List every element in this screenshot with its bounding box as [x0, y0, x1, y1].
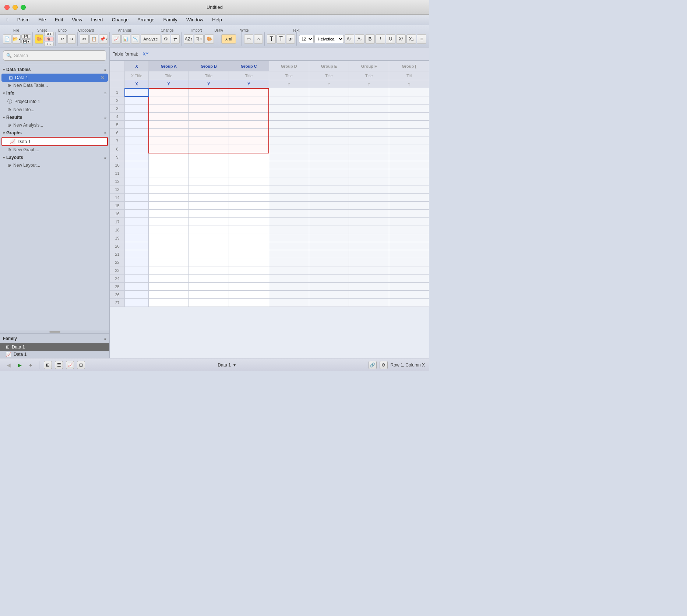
results-more-icon[interactable]: »	[104, 115, 106, 120]
groupF-cell-r24[interactable]	[349, 275, 389, 283]
link-btn[interactable]: 🔗	[369, 361, 377, 369]
menu-window[interactable]: Window	[183, 16, 207, 23]
x-cell-r8[interactable]	[125, 145, 149, 153]
groupG-cell-r18[interactable]	[389, 226, 429, 234]
groupE-cell-r12[interactable]	[309, 177, 349, 185]
groupF-cell-r14[interactable]	[349, 194, 389, 202]
groupD-cell-r25[interactable]	[269, 283, 309, 291]
groupC-cell-r22[interactable]	[229, 258, 269, 266]
x-cell-r7[interactable]	[125, 137, 149, 145]
x-cell-r20[interactable]	[125, 242, 149, 250]
underline-btn[interactable]: U	[386, 34, 395, 44]
new-file-btn[interactable]: 📄	[3, 34, 11, 44]
sidebar-item-project-info[interactable]: ⓘ Project info 1	[0, 97, 109, 106]
groupA-cell-r2[interactable]	[149, 96, 189, 105]
sidebar-section-layouts[interactable]: ▾ Layouts »	[0, 153, 109, 162]
groupC-cell-r13[interactable]	[229, 185, 269, 194]
groupB-cell-r7[interactable]	[189, 137, 229, 145]
groupE-cell-r6[interactable]	[309, 129, 349, 137]
groupG-cell-r5[interactable]	[389, 121, 429, 129]
groupA-cell-r11[interactable]	[149, 169, 189, 177]
transform-btn[interactable]: ⇄	[171, 34, 180, 44]
groupE-cell-r17[interactable]	[309, 218, 349, 226]
groupC-cell-r23[interactable]	[229, 266, 269, 275]
sidebar-section-results[interactable]: ▾ Results »	[0, 113, 109, 121]
groupE-cell-r1[interactable]	[309, 88, 349, 96]
groupC-cell-r16[interactable]	[229, 210, 269, 218]
save-btn[interactable]: 💾	[21, 34, 31, 39]
more-icon[interactable]: »	[104, 67, 106, 72]
groupB-cell-r13[interactable]	[189, 185, 229, 194]
groupF-cell-r18[interactable]	[349, 226, 389, 234]
groupC-cell-r6[interactable]	[229, 129, 269, 137]
x-cell-r2[interactable]	[125, 96, 149, 105]
groupF-cell-r6[interactable]	[349, 129, 389, 137]
groupG-cell-r7[interactable]	[389, 137, 429, 145]
groupA-cell-r26[interactable]	[149, 291, 189, 299]
sidebar-section-graphs[interactable]: ▾ Graphs »	[0, 129, 109, 137]
groupF-cell-r23[interactable]	[349, 266, 389, 275]
groupC-cell-r26[interactable]	[229, 291, 269, 299]
table-view-btn[interactable]: ⊞	[44, 361, 52, 369]
x-cell-r16[interactable]	[125, 210, 149, 218]
save-as-btn[interactable]: 💾▾	[21, 39, 31, 44]
groupE-cell-r7[interactable]	[309, 137, 349, 145]
groupC-title[interactable]: Title	[229, 71, 269, 80]
sheet-color-btn[interactable]: 🎨	[35, 34, 43, 44]
x-cell-r3[interactable]	[125, 105, 149, 113]
add-sheet-btn[interactable]: +▾	[44, 42, 54, 46]
paste-btn[interactable]: 📌▾	[99, 34, 108, 44]
groupD-cell-r1[interactable]	[269, 88, 309, 96]
groupF-cell-r7[interactable]	[349, 137, 389, 145]
groupG-cell-r10[interactable]	[389, 161, 429, 169]
groupD-cell-r10[interactable]	[269, 161, 309, 169]
groupC-cell-r21[interactable]	[229, 250, 269, 258]
groupD-cell-r14[interactable]	[269, 194, 309, 202]
groupB-cell-r23[interactable]	[189, 266, 229, 275]
close-button[interactable]	[4, 5, 10, 10]
groupB-cell-r2[interactable]	[189, 96, 229, 105]
col-header-groupC[interactable]: Group C	[229, 61, 269, 71]
groupA-cell-r17[interactable]	[149, 218, 189, 226]
redo-btn[interactable]: ↪	[67, 34, 76, 44]
groupE-cell-r25[interactable]	[309, 283, 349, 291]
groupB-cell-r9[interactable]	[189, 153, 229, 161]
groupG-cell-r14[interactable]	[389, 194, 429, 202]
groupC-cell-r7[interactable]	[229, 137, 269, 145]
groupG-cell-r11[interactable]	[389, 169, 429, 177]
nav-info-btn[interactable]: ●	[27, 361, 35, 369]
menu-family[interactable]: Family	[160, 16, 181, 23]
x-cell-r22[interactable]	[125, 258, 149, 266]
groupB-cell-r10[interactable]	[189, 161, 229, 169]
groupA-cell-r8[interactable]	[149, 145, 189, 153]
delete-btn[interactable]: 🗑	[44, 37, 54, 41]
x-cell-r11[interactable]	[125, 169, 149, 177]
groupB-cell-r19[interactable]	[189, 234, 229, 242]
x-cell-r9[interactable]	[125, 153, 149, 161]
groupD-cell-r19[interactable]	[269, 234, 309, 242]
groupE-cell-r21[interactable]	[309, 250, 349, 258]
groupE-cell-r5[interactable]	[309, 121, 349, 129]
groupA-cell-r19[interactable]	[149, 234, 189, 242]
sheet-name-dropdown[interactable]: Data 1 ▾	[218, 362, 236, 368]
x-cell-r19[interactable]	[125, 234, 149, 242]
groupF-cell-r22[interactable]	[349, 258, 389, 266]
x-cell-r24[interactable]	[125, 275, 149, 283]
groupG-cell-r1[interactable]	[389, 88, 429, 96]
groupD-cell-r5[interactable]	[269, 121, 309, 129]
cut-btn[interactable]: ✂	[80, 34, 89, 44]
groupG-cell-r23[interactable]	[389, 266, 429, 275]
sidebar-add-layout[interactable]: ⊕ New Layout...	[0, 162, 109, 169]
groupA-cell-r7[interactable]	[149, 137, 189, 145]
groupE-cell-r10[interactable]	[309, 161, 349, 169]
copy-btn[interactable]: 📋	[89, 34, 98, 44]
sidebar-item-data1[interactable]: ⊞ Data 1 ✕	[1, 74, 108, 82]
groupF-cell-r20[interactable]	[349, 242, 389, 250]
groupD-cell-r27[interactable]	[269, 299, 309, 307]
groupD-cell-r6[interactable]	[269, 129, 309, 137]
groupF-cell-r15[interactable]	[349, 202, 389, 210]
groupA-cell-r4[interactable]	[149, 113, 189, 121]
groupB-title[interactable]: Title	[189, 71, 229, 80]
col-header-groupF[interactable]: Group F	[349, 61, 389, 71]
groupC-cell-r19[interactable]	[229, 234, 269, 242]
